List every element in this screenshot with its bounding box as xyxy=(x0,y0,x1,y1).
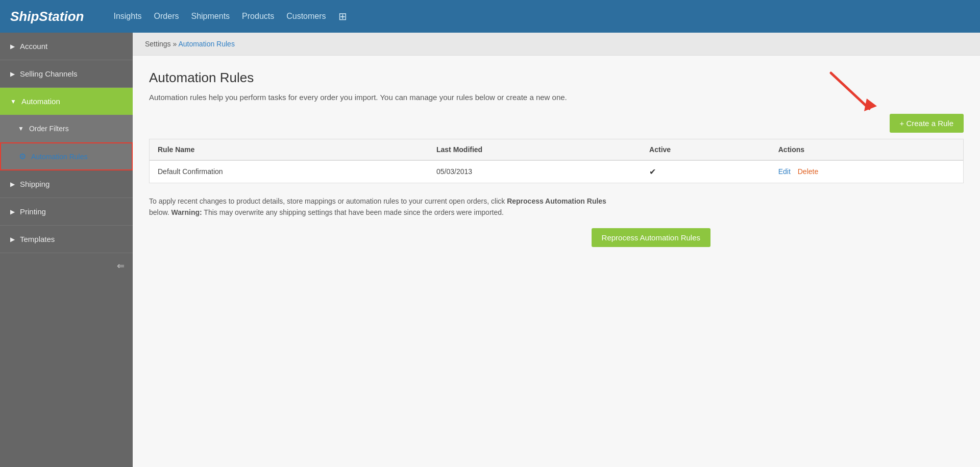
chevron-down-icon: ▼ xyxy=(10,98,16,105)
chevron-right-icon: ▶ xyxy=(10,208,15,215)
breadcrumb-separator: » xyxy=(173,40,178,48)
col-rule-name: Rule Name xyxy=(150,139,428,160)
sidebar-item-account[interactable]: ▶ Account xyxy=(0,33,133,60)
sidebar-item-printing[interactable]: ▶ Printing xyxy=(0,198,133,226)
bottom-description: To apply recent changes to product detai… xyxy=(149,195,608,218)
sidebar-label-automation-rules: Automation Rules xyxy=(31,153,88,161)
app-logo[interactable]: ShipStation xyxy=(10,9,84,24)
filter-icon: ▼ xyxy=(18,125,24,132)
create-button-row: + Create a Rule xyxy=(149,114,964,133)
table-row: Default Confirmation 05/03/2013 ✔ Edit D… xyxy=(150,160,964,183)
sidebar-item-automation[interactable]: ▼ Automation xyxy=(0,88,133,115)
sidebar-item-templates[interactable]: ▶ Templates xyxy=(0,226,133,253)
sidebar-label-order-filters: Order Filters xyxy=(29,125,69,133)
active-checkmark: ✔ xyxy=(649,167,656,176)
table-body: Default Confirmation 05/03/2013 ✔ Edit D… xyxy=(150,160,964,183)
bottom-text-end: This may overwrite any shipping settings… xyxy=(202,208,504,216)
nav-insights[interactable]: Insights xyxy=(109,10,145,23)
page-layout: ▶ Account ▶ Selling Channels ▼ Automatio… xyxy=(0,33,980,467)
bottom-text-middle: below. xyxy=(149,208,172,216)
nav-products[interactable]: Products xyxy=(238,10,278,23)
chevron-right-icon: ▶ xyxy=(10,236,15,243)
sidebar-item-automation-rules[interactable]: ⚙ Automation Rules xyxy=(0,142,133,170)
cell-rule-name: Default Confirmation xyxy=(150,160,428,183)
gear-icon: ⚙ xyxy=(19,152,26,161)
chevron-right-icon: ▶ xyxy=(10,43,15,50)
sidebar: ▶ Account ▶ Selling Channels ▼ Automatio… xyxy=(0,33,133,467)
col-actions: Actions xyxy=(770,139,964,160)
edit-rule-button[interactable]: Edit xyxy=(778,167,791,176)
page-description: Automation rules help you perform tasks … xyxy=(149,92,608,104)
sidebar-label-printing: Printing xyxy=(20,207,46,216)
bottom-text-intro: To apply recent changes to product detai… xyxy=(149,197,507,205)
sidebar-label-templates: Templates xyxy=(20,235,55,243)
delete-rule-button[interactable]: Delete xyxy=(798,167,818,176)
reprocess-button-row: Reprocess Automation Rules xyxy=(149,228,710,247)
top-nav: ShipStation Insights Orders Shipments Pr… xyxy=(0,0,980,33)
bottom-text-bold1: Reprocess Automation Rules xyxy=(507,197,606,205)
table-header: Rule Name Last Modified Active Actions xyxy=(150,139,964,160)
cell-actions: Edit Delete xyxy=(770,160,964,183)
collapse-icon: ⇐ xyxy=(117,260,125,272)
rules-table: Rule Name Last Modified Active Actions D… xyxy=(149,139,964,183)
cell-last-modified: 05/03/2013 xyxy=(428,160,641,183)
page-title: Automation Rules xyxy=(149,70,964,86)
svg-marker-1 xyxy=(864,99,877,111)
nav-shipments[interactable]: Shipments xyxy=(187,10,234,23)
cell-active: ✔ xyxy=(641,160,770,183)
create-rule-button[interactable]: + Create a Rule xyxy=(890,114,964,133)
chevron-right-icon: ▶ xyxy=(10,70,15,78)
calculator-icon[interactable]: ⊞ xyxy=(334,8,351,24)
table-header-row: Rule Name Last Modified Active Actions xyxy=(150,139,964,160)
col-last-modified: Last Modified xyxy=(428,139,641,160)
bottom-text-warning: Warning: xyxy=(172,208,202,216)
col-active: Active xyxy=(641,139,770,160)
breadcrumb: Settings » Automation Rules xyxy=(133,33,980,56)
nav-customers[interactable]: Customers xyxy=(282,10,330,23)
sidebar-label-automation: Automation xyxy=(21,97,60,106)
breadcrumb-current[interactable]: Automation Rules xyxy=(178,40,235,48)
sidebar-label-account: Account xyxy=(20,42,47,51)
sidebar-item-selling-channels[interactable]: ▶ Selling Channels xyxy=(0,60,133,88)
sidebar-item-shipping[interactable]: ▶ Shipping xyxy=(0,170,133,198)
reprocess-automation-rules-button[interactable]: Reprocess Automation Rules xyxy=(592,228,710,247)
breadcrumb-settings[interactable]: Settings xyxy=(145,40,171,48)
chevron-right-icon: ▶ xyxy=(10,181,15,188)
sidebar-label-selling-channels: Selling Channels xyxy=(20,69,78,78)
sidebar-item-order-filters[interactable]: ▼ Order Filters xyxy=(0,115,133,142)
nav-orders[interactable]: Orders xyxy=(150,10,183,23)
content-area: Automation Rules Automation rules help y… xyxy=(133,56,980,261)
main-content: Settings » Automation Rules Automation R… xyxy=(133,33,980,467)
sidebar-collapse-button[interactable]: ⇐ xyxy=(0,253,133,279)
main-nav: Insights Orders Shipments Products Custo… xyxy=(109,8,351,24)
sidebar-label-shipping: Shipping xyxy=(20,180,50,188)
logo-text: ShipStation xyxy=(10,9,84,24)
